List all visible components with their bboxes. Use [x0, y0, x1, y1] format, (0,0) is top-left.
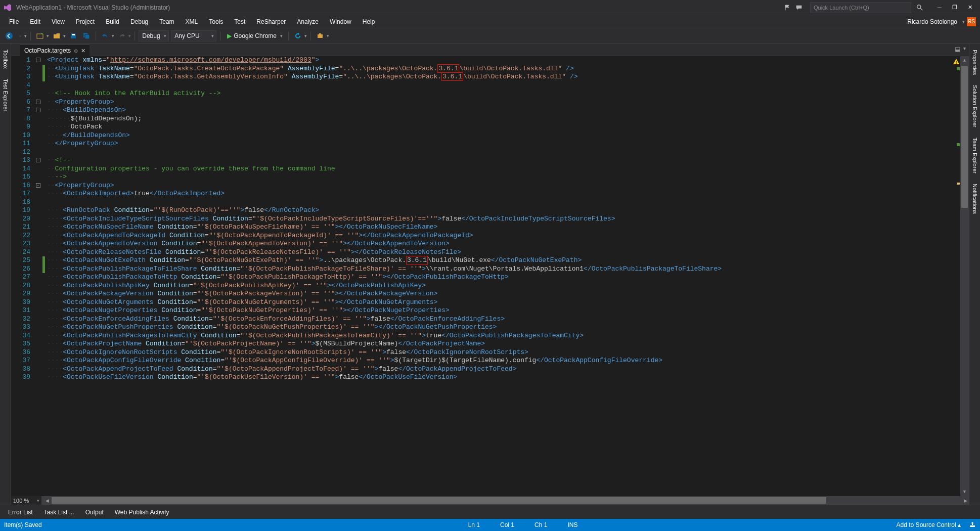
code-line[interactable]: ····<OctoPackAppConfigFileOverride Condi…: [47, 357, 969, 365]
code-editor[interactable]: 1234567891011121314151617181920212223242…: [11, 56, 969, 496]
pin-icon[interactable]: ⊕: [74, 48, 78, 54]
code-line[interactable]: ····<RunOctoPack Condition="'$(RunOctoPa…: [47, 206, 969, 215]
code-line[interactable]: ··</PropertyGroup>: [47, 140, 969, 148]
code-line[interactable]: ····<BuildDependsOn>: [47, 106, 969, 115]
menu-test[interactable]: Test: [229, 17, 250, 27]
code-line[interactable]: ····<OctoPackAppendProjectToFeed Conditi…: [47, 365, 969, 374]
scroll-thumb[interactable]: [961, 66, 968, 208]
scroll-right-arrow[interactable]: ▶: [962, 498, 969, 503]
code-line[interactable]: ··<PropertyGroup>: [47, 98, 969, 107]
vertical-scrollbar[interactable]: ▲ ▼: [960, 56, 969, 496]
sidebar-tab-solution-explorer[interactable]: Solution Explorer: [971, 80, 979, 132]
fold-toggle[interactable]: −: [36, 58, 40, 62]
zoom-dropdown[interactable]: 100 %▾: [11, 496, 41, 505]
user-avatar-badge[interactable]: RS: [967, 17, 976, 26]
code-line[interactable]: ····<OctoPackImported>true</OctoPackImpo…: [47, 190, 969, 198]
bottom-tab-output[interactable]: Output: [80, 507, 109, 518]
open-file-button[interactable]: [51, 30, 62, 41]
menu-analyze[interactable]: Analyze: [292, 17, 324, 27]
sidebar-tab-test-explorer[interactable]: Test Explorer: [2, 74, 10, 116]
code-content[interactable]: <Project xmlns="http://schemas.microsoft…: [45, 56, 969, 496]
menu-xml[interactable]: XML: [181, 17, 203, 27]
undo-button[interactable]: [100, 30, 111, 41]
chevron-down-icon[interactable]: ▾: [963, 46, 966, 53]
menu-help[interactable]: Help: [358, 17, 380, 27]
code-line[interactable]: ····</BuildDependsOn>: [47, 131, 969, 140]
menu-project[interactable]: Project: [71, 17, 100, 27]
code-line[interactable]: ··-->: [47, 173, 969, 182]
code-line[interactable]: ····<OctoPackPackageVersion Condition="'…: [47, 290, 969, 298]
code-line[interactable]: ····<OctoPackPublishPackageToHttp Condit…: [47, 273, 969, 282]
code-line[interactable]: ··<!-- Hook into the AfterBuild activity…: [47, 90, 969, 98]
chevron-down-icon[interactable]: ▾: [962, 19, 965, 24]
code-line[interactable]: ··<UsingTask TaskName="OctoPack.Tasks.Ge…: [47, 73, 969, 81]
nav-back-button[interactable]: [3, 30, 15, 41]
horizontal-scrollbar[interactable]: [51, 496, 962, 505]
menu-debug[interactable]: Debug: [125, 17, 153, 27]
code-line[interactable]: ····<OctoPackNugetProperties Condition="…: [47, 306, 969, 315]
search-icon[interactable]: [916, 4, 923, 11]
scroll-left-arrow[interactable]: ◀: [43, 498, 51, 503]
code-line[interactable]: ··<!--: [47, 156, 969, 165]
code-line[interactable]: <Project xmlns="http://schemas.microsoft…: [47, 56, 969, 65]
close-button[interactable]: ✕: [963, 3, 977, 13]
browser-link-refresh-button[interactable]: [292, 30, 303, 41]
notification-flag-icon[interactable]: [784, 4, 792, 12]
code-line[interactable]: ····<OctoPackNuGetPushProperties Conditi…: [47, 323, 969, 332]
code-line[interactable]: ··<PropertyGroup>: [47, 182, 969, 190]
bottom-tab-error-list[interactable]: Error List: [3, 507, 38, 518]
code-line[interactable]: ····<OctoPackNuGetExePath Condition="'$(…: [47, 256, 969, 265]
code-line[interactable]: ····<OctoPackPublishPackagesToTeamCity C…: [47, 332, 969, 340]
scroll-up-arrow[interactable]: ▲: [960, 56, 969, 65]
code-line[interactable]: [47, 81, 969, 90]
publish-icon[interactable]: [969, 521, 976, 529]
file-tab-active[interactable]: OctoPack.targets ⊕ ✕: [20, 45, 90, 56]
code-line[interactable]: ····<OctoPackUseFileVersion Condition="'…: [47, 373, 969, 382]
menu-edit[interactable]: Edit: [25, 17, 46, 27]
menu-window[interactable]: Window: [325, 17, 357, 27]
code-line[interactable]: ····<OctoPackNuSpecFileName Condition="'…: [47, 223, 969, 232]
minimize-button[interactable]: ─: [932, 3, 947, 13]
config-dropdown[interactable]: Debug: [139, 30, 169, 41]
sidebar-tab-toolbox[interactable]: Toolbox: [2, 45, 10, 74]
feedback-icon[interactable]: [795, 4, 803, 12]
fold-toggle[interactable]: −: [36, 108, 40, 112]
code-line[interactable]: [47, 148, 969, 157]
sidebar-tab-team-explorer[interactable]: Team Explorer: [971, 132, 979, 179]
code-line[interactable]: ····<OctoPackPublishApiKey Condition="'$…: [47, 282, 969, 290]
code-line[interactable]: [47, 198, 969, 207]
scroll-down-arrow[interactable]: ▼: [960, 488, 969, 496]
code-line[interactable]: ····<OctoPackAppendToVersion Condition="…: [47, 240, 969, 248]
sidebar-tab-notifications[interactable]: Notifications: [971, 179, 979, 219]
menu-file[interactable]: File: [4, 17, 24, 27]
code-line[interactable]: ······$(BuildDependsOn);: [47, 115, 969, 123]
code-line[interactable]: ····<OctoPackNuGetArguments Condition="'…: [47, 298, 969, 307]
fold-toggle[interactable]: −: [36, 158, 40, 162]
menu-team[interactable]: Team: [154, 17, 179, 27]
menu-build[interactable]: Build: [101, 17, 124, 27]
close-icon[interactable]: ✕: [81, 48, 85, 54]
save-button[interactable]: [68, 30, 79, 41]
fold-toggle[interactable]: −: [36, 100, 40, 104]
code-line[interactable]: ····<OctoPackIgnoreNonRootScripts Condit…: [47, 348, 969, 357]
code-line[interactable]: ····<OctoPackIncludeTypeScriptSourceFile…: [47, 215, 969, 224]
start-debug-button[interactable]: ▶ Google Chrome ▾: [224, 30, 285, 41]
fold-gutter[interactable]: −−−−−: [35, 56, 42, 382]
bottom-tab-web-publish-activity[interactable]: Web Publish Activity: [110, 507, 174, 518]
code-line[interactable]: ······OctoPack: [47, 123, 969, 131]
split-icon[interactable]: ⬓: [955, 46, 960, 53]
fold-toggle[interactable]: −: [36, 183, 40, 188]
code-line[interactable]: ··<UsingTask TaskName="OctoPack.Tasks.Cr…: [47, 65, 969, 73]
user-name[interactable]: Ricardo Sotolongo: [904, 18, 960, 25]
code-line[interactable]: ····<OctoPackEnforceAddingFiles Conditio…: [47, 315, 969, 324]
quick-launch-input[interactable]: Quick Launch (Ctrl+Q): [810, 2, 911, 13]
menu-resharper[interactable]: ReSharper: [251, 17, 291, 27]
code-line[interactable]: ····<OctoPackProjectName Condition="'$(O…: [47, 340, 969, 348]
save-all-button[interactable]: [81, 30, 92, 41]
code-line[interactable]: ····<OctoPackAppendToPackageId Condition…: [47, 232, 969, 240]
code-line[interactable]: ····<OctoPackReleaseNotesFile Condition=…: [47, 248, 969, 257]
platform-dropdown[interactable]: Any CPU: [171, 30, 216, 41]
sidebar-tab-properties[interactable]: Properties: [971, 45, 979, 80]
code-line[interactable]: ····<OctoPackPublishPackageToFileShare C…: [47, 265, 969, 274]
source-control-button[interactable]: Add to Source Control ▴: [897, 521, 961, 528]
